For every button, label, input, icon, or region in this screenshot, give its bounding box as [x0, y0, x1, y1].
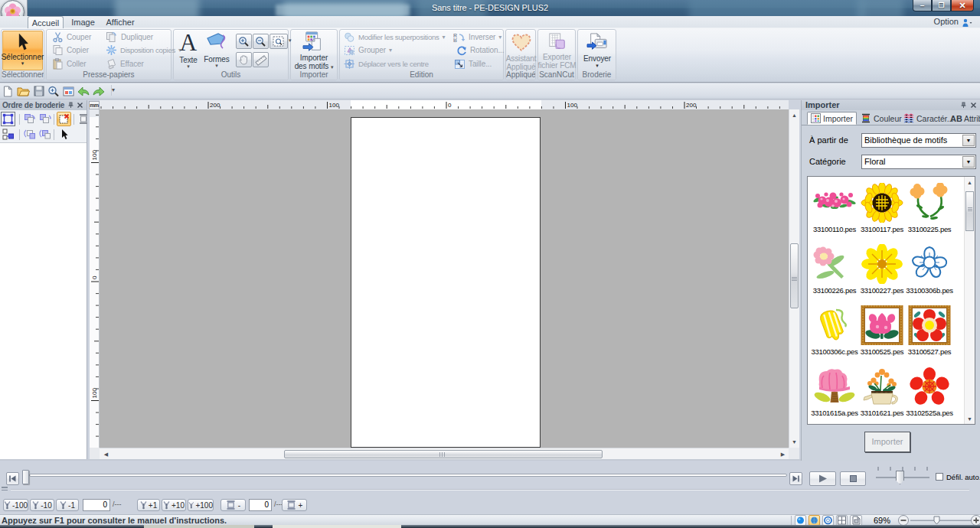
svg-text:100: 100 — [91, 388, 98, 399]
svg-text:200: 200 — [210, 102, 220, 109]
svg-text:0: 0 — [91, 275, 98, 279]
svg-text:R: R — [453, 32, 457, 37]
svg-text:100: 100 — [329, 102, 340, 109]
svg-text:100: 100 — [567, 102, 578, 109]
svg-text:R: R — [453, 37, 457, 42]
svg-text:200: 200 — [686, 102, 697, 109]
svg-text:100: 100 — [91, 150, 98, 161]
svg-text:0: 0 — [448, 102, 452, 109]
